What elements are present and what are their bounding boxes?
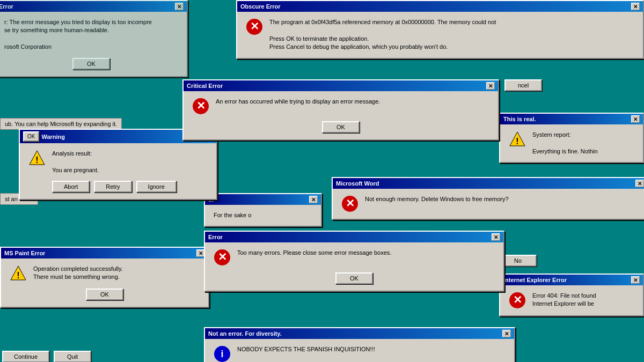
critical-error-titlebar: Critical Error ✕: [184, 80, 498, 91]
obscure-close-btn[interactable]: ✕: [631, 3, 640, 10]
this-is-real-text: System report: Everything is fine. Nothi…: [532, 131, 634, 156]
obscure-error-icon: ✕: [246, 18, 263, 35]
not-error-dialog: Not an error. For diversity. ✕ i NOBODY …: [204, 327, 515, 362]
not-error-title: Not an error. For diversity.: [208, 330, 282, 337]
not-error-text: NOBODY EXPECTS THE SPANISH INQUISITION!!…: [237, 345, 506, 353]
background-dialog-topleft: Error ✕ r: The error message you tried t…: [0, 0, 188, 77]
svg-text:✕: ✕: [513, 294, 522, 306]
bg-close-btn[interactable]: ✕: [175, 3, 184, 10]
ms-paint-warning-icon: !: [10, 265, 27, 282]
this-is-real-dialog: This is real. ✕ ! System report: Everyth…: [499, 113, 644, 163]
ms-paint-text: Operation completed successfully. There …: [33, 265, 200, 282]
svg-text:!: !: [516, 137, 518, 146]
critical-ok-button[interactable]: OK: [322, 121, 360, 133]
ms-paint-title: MS Paint Error: [4, 250, 45, 256]
cancel-partial-button[interactable]: ncel: [504, 79, 542, 91]
ie-error-icon: ✕: [509, 292, 526, 309]
warning-ok-top-btn[interactable]: OK: [23, 131, 39, 142]
bg-dialog-titlebar: Error ✕: [0, 1, 187, 12]
this-is-real-close-btn[interactable]: ✕: [631, 115, 640, 123]
warning-title: Warning: [41, 134, 65, 140]
ms-word-text: Not enough memory. Delete Windows to fre…: [365, 195, 639, 203]
retry-button[interactable]: Retry: [94, 181, 131, 193]
svg-text:✕: ✕: [250, 20, 259, 32]
ncel-partial-area: ncel: [504, 79, 542, 91]
this-is-real-titlebar: This is real. ✕: [500, 114, 643, 124]
ie-error-text: Error 404: File not found Internet Explo…: [532, 292, 634, 308]
no-button[interactable]: No: [499, 255, 537, 267]
ms-word-error-icon: ✕: [341, 195, 358, 212]
ms-word-close-btn[interactable]: ✕: [635, 180, 644, 187]
main-error-titlebar: Error ✕: [205, 232, 503, 242]
critical-error-text: An error has occurred while trying to di…: [216, 98, 489, 106]
for-sake-titlebar: or ✕: [205, 194, 321, 205]
ignore-button[interactable]: Ignore: [136, 181, 177, 193]
no-button-area: No: [499, 255, 537, 267]
critical-error-icon: ✕: [192, 98, 209, 115]
continue-button[interactable]: Continue: [2, 351, 49, 362]
ie-error-title: Internet Explorer Error: [503, 277, 567, 283]
for-sake-partial-dialog: or ✕ For the sake o: [204, 193, 322, 227]
warning-text: Analysis result: You are pregnant.: [52, 150, 208, 174]
bg-dialog-text: r: The error message you tried to displa…: [4, 18, 178, 51]
ie-close-btn[interactable]: ✕: [631, 276, 640, 284]
this-is-real-warning-icon: !: [509, 131, 526, 148]
svg-text:!: !: [35, 156, 38, 165]
not-error-info-icon: i: [214, 345, 231, 362]
ie-error-dialog: Internet Explorer Error ✕ ✕ Error 404: F…: [499, 274, 644, 316]
bg-ok-button[interactable]: OK: [72, 58, 110, 70]
ms-paint-ok-button[interactable]: OK: [86, 289, 123, 300]
main-error-text: Too many errors. Please close some error…: [237, 249, 495, 257]
main-error-title: Error: [208, 234, 223, 240]
svg-text:i: i: [221, 349, 223, 359]
obscure-error-titlebar: Obscure Error ✕: [237, 1, 643, 12]
ms-word-title: Microsoft Word: [336, 180, 379, 187]
quit-button[interactable]: Quit: [54, 351, 91, 362]
svg-text:✕: ✕: [196, 100, 206, 112]
abort-button[interactable]: Abort: [52, 181, 90, 193]
bottom-partial-buttons: Continue Quit: [0, 349, 93, 362]
partial-text-ub: ub. You can help Microsoft by expanding …: [0, 118, 122, 130]
obscure-error-text: The program at 0x0f43df5a referenced mem…: [269, 18, 634, 51]
ms-word-titlebar: Microsoft Word ✕: [333, 178, 644, 189]
svg-text:✕: ✕: [346, 197, 355, 209]
not-error-close-btn[interactable]: ✕: [502, 330, 511, 337]
for-sake-close-btn[interactable]: ✕: [309, 196, 318, 203]
not-error-titlebar: Not an error. For diversity. ✕: [205, 328, 514, 339]
ms-paint-titlebar: MS Paint Error ✕: [1, 248, 208, 258]
this-is-real-title: This is real.: [503, 116, 536, 122]
main-error-icon: ✕: [214, 249, 231, 266]
for-sake-text: For the sake o: [214, 211, 312, 219]
obscure-error-title: Obscure Error: [240, 3, 281, 10]
critical-error-title: Critical Error: [187, 83, 223, 89]
svg-text:!: !: [17, 271, 19, 280]
svg-text:✕: ✕: [218, 251, 227, 263]
bg-dialog-title: Error: [0, 3, 13, 10]
main-error-dialog: Error ✕ ✕ Too many errors. Please close …: [204, 231, 504, 292]
obscure-error-dialog: Obscure Error ✕ ✕ The program at 0x0f43d…: [236, 0, 644, 59]
critical-error-dialog: Critical Error ✕ ✕ An error has occurred…: [182, 79, 499, 141]
ie-error-titlebar: Internet Explorer Error ✕: [500, 275, 643, 285]
ms-word-dialog: Microsoft Word ✕ ✕ Not enough memory. De…: [332, 177, 644, 220]
main-error-ok-button[interactable]: OK: [335, 272, 373, 284]
ms-paint-dialog: MS Paint Error ✕ ! Operation completed s…: [0, 247, 209, 308]
critical-close-btn[interactable]: ✕: [486, 82, 495, 90]
warning-icon: !: [28, 150, 46, 167]
main-error-close-btn[interactable]: ✕: [492, 233, 500, 241]
